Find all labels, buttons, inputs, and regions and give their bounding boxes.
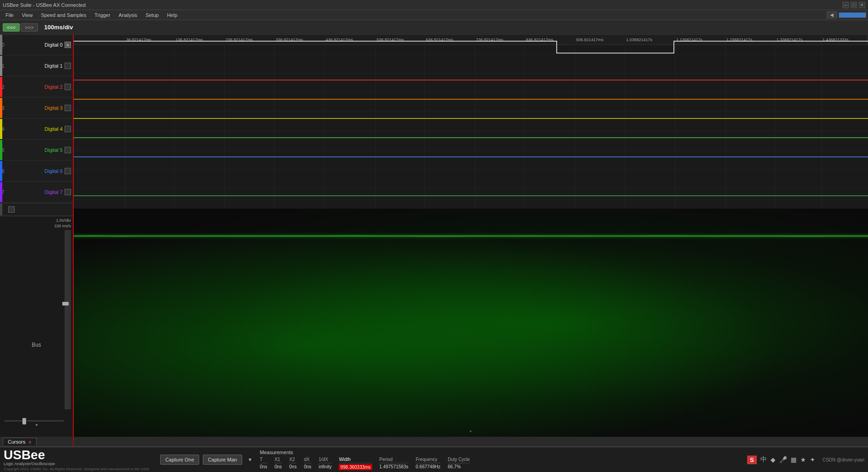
bus-label: Bus [32, 342, 41, 348]
channel-row-0[interactable]: 0 Digital 0 ≡ [0, 35, 73, 55]
right-icons: S 中 ◆ 🎤 ▦ ★ ✦ CSDN @dover-yuan [747, 456, 864, 464]
capture-one-button[interactable]: Capture One [160, 455, 199, 465]
menu-view[interactable]: View [18, 11, 37, 19]
analog-xscale: 100 ms/s [54, 224, 71, 228]
meas-val-width: 998.360333ms [339, 464, 372, 470]
menu-trigger[interactable]: Trigger [91, 11, 114, 19]
nav-left-btn[interactable]: ◀ [827, 11, 837, 18]
bottom-panel: USBee Logic Analyzer/Oscilloscope Copyri… [0, 447, 868, 472]
channel-row-4[interactable]: 4 Digital 4 [0, 119, 73, 139]
ch-num-7: 7 [2, 190, 7, 195]
ch-label-1: Digital 1 [9, 63, 65, 69]
cursors-tab[interactable]: Cursors X [3, 438, 37, 445]
waveform-panel: 36.821417ms 136.821417ms 236.821417ms 33… [73, 35, 868, 437]
ch-checkbox-3[interactable] [65, 105, 71, 111]
ch-checkbox-7[interactable] [65, 189, 71, 195]
csdn-label: CSDN @dover-yuan [823, 457, 864, 462]
meas-val-freq: 0.667748Hz [416, 464, 440, 469]
meas-col-t: T 0ns [260, 457, 267, 470]
channel-row-5[interactable]: 5 Digital 5 [0, 140, 73, 161]
meas-col-period: Period 1.497571583s [380, 457, 408, 470]
ch-label-7: Digital 7 [9, 189, 65, 195]
analog-dot [470, 430, 472, 432]
analog-svg [73, 209, 868, 437]
channel-row-1[interactable]: 1 Digital 1 [0, 56, 73, 76]
channel-row-2[interactable]: 2 Digital 2 [0, 77, 73, 97]
meas-col-x2: X2 0ns [289, 457, 297, 470]
analog-yscale: 1.0V/div [56, 218, 71, 223]
grid-icon[interactable]: ▦ [791, 456, 797, 463]
meas-val-duty: 66.7% [448, 464, 470, 469]
back-button[interactable]: <<< [3, 23, 20, 32]
menu-file[interactable]: File [2, 11, 17, 19]
meas-val-period: 1.497571583s [380, 464, 408, 469]
diamond-icon[interactable]: ◆ [770, 456, 776, 463]
s-icon[interactable]: S [747, 456, 757, 464]
titlebar: USBee Suite - USBee AX Connected ─ □ ✕ [0, 0, 868, 10]
d0-signal [73, 41, 868, 53]
ch-label-5: Digital 5 [9, 147, 65, 153]
ch-num-3: 3 [2, 106, 7, 111]
usbee-subtitle: Logic Analyzer/Oscilloscope [4, 461, 149, 466]
cursors-tab-area: Cursors X [0, 437, 868, 447]
v-slider-container [65, 230, 71, 409]
channel-row-7[interactable]: 7 Digital 7 [0, 182, 73, 203]
meas-col-width: Width 998.360333ms [339, 457, 372, 470]
h-slider-handle[interactable] [22, 418, 26, 424]
close-button[interactable]: ✕ [859, 2, 865, 8]
ch-num-1: 1 [2, 64, 7, 69]
ch-num-4: 4 [2, 127, 7, 132]
ch-checkbox-4[interactable] [65, 126, 71, 132]
cursors-tab-close[interactable]: X [29, 440, 32, 445]
ch-checkbox-6[interactable] [65, 168, 71, 174]
meas-col-dx: dX 0ns [304, 457, 311, 470]
meas-val-x1: 0ns [275, 464, 282, 469]
toolbar: <<< >>> 100ms/div [0, 20, 868, 35]
v-slider-handle[interactable] [62, 302, 69, 306]
menu-setup[interactable]: Setup [142, 11, 163, 19]
sparkle-icon[interactable]: ✦ [810, 456, 815, 463]
maximize-button[interactable]: □ [851, 2, 857, 8]
ch-checkbox-2[interactable] [65, 84, 71, 90]
meas-header-duty: Duty Cycle [448, 457, 470, 463]
titlebar-title: USBee Suite - USBee AX Connected [3, 2, 86, 8]
usbee-copyright: Copyright 2023, CWAV, Inc. All Rights Re… [4, 467, 149, 471]
meas-val-1dx: infinity [319, 464, 331, 469]
meas-col-duty: Duty Cycle 66.7% [448, 457, 470, 470]
usbee-brand: USBee Logic Analyzer/Oscilloscope Copyri… [4, 449, 149, 471]
ch-label-0: Digital 0 [9, 42, 65, 48]
v-slider-track [65, 230, 71, 409]
h-slider-track [5, 420, 64, 422]
bus-checkbox[interactable] [8, 206, 15, 213]
ch-checkbox-5[interactable] [65, 147, 71, 153]
ch-num-2: 2 [2, 85, 7, 90]
menubar: File View Speed and Samples Trigger Anal… [0, 10, 868, 20]
capture-man-button[interactable]: Capture Man [203, 455, 242, 465]
star-icon[interactable]: ★ [800, 456, 806, 463]
usbee-logo: USBee [4, 449, 149, 461]
ch-checkbox-1[interactable] [65, 63, 71, 69]
menu-speed[interactable]: Speed and Samples [37, 11, 90, 19]
meas-header-x1: X1 [275, 457, 282, 463]
analog-sidebar: 1.0V/div 100 ms/s Bus [0, 216, 73, 437]
timescale-label: 100ms/div [44, 24, 73, 31]
mic-icon[interactable]: 🎤 [779, 456, 787, 463]
chinese-icon[interactable]: 中 [760, 456, 767, 464]
meas-val-x2: 0ns [289, 464, 297, 469]
ch-num-5: 5 [2, 148, 7, 153]
ch-checkbox-0[interactable]: ≡ [65, 42, 71, 48]
menu-analysis[interactable]: Analysis [115, 11, 141, 19]
ch-label-3: Digital 3 [9, 105, 65, 111]
center-dot [36, 424, 38, 426]
arrow-icon: ▼ [248, 457, 253, 462]
channel-row-3[interactable]: 3 Digital 3 [0, 98, 73, 118]
cursor-line [73, 35, 74, 437]
nav-buttons: <<< >>> [3, 23, 38, 32]
meas-header-width: Width [339, 457, 372, 463]
minimize-button[interactable]: ─ [842, 2, 849, 8]
channel-row-6[interactable]: 6 Digital 6 [0, 161, 73, 182]
menu-help[interactable]: Help [163, 11, 181, 19]
fwd-button[interactable]: >>> [21, 23, 38, 32]
meas-header-freq: Frequency [416, 457, 440, 463]
bus-row[interactable] [0, 203, 73, 216]
